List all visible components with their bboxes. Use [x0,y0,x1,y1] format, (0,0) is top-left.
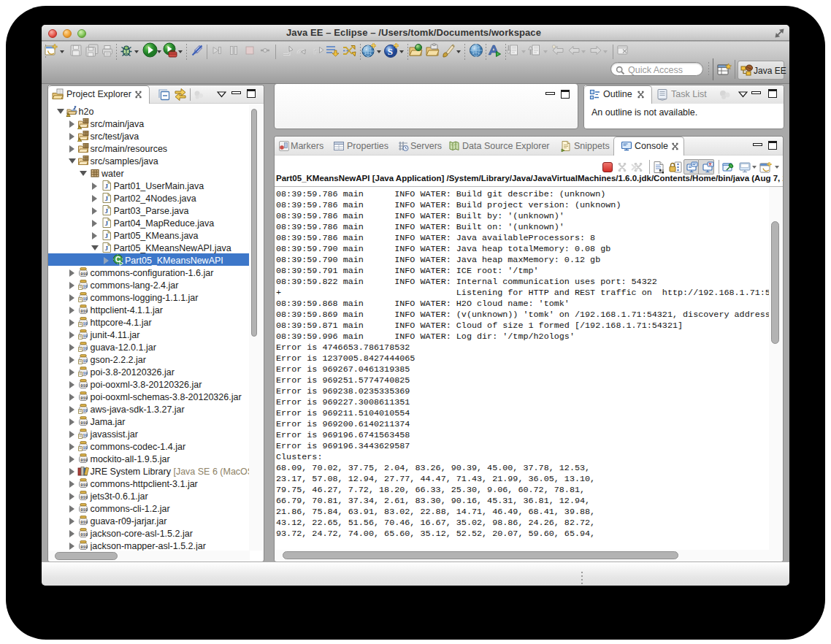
svg-text:J: J [105,231,109,239]
svg-text:010: 010 [80,482,88,487]
svg-text:10: 10 [83,345,88,350]
svg-text:010: 010 [80,395,88,400]
svg-text:10: 10 [83,296,88,301]
svg-text:10: 10 [83,432,88,437]
svg-text:10: 10 [83,358,88,363]
svg-text:010: 010 [80,494,88,499]
svg-text:J: J [105,244,109,251]
svg-text:J: J [105,207,109,214]
svg-text:010: 010 [80,308,88,313]
svg-text:010: 010 [80,544,88,549]
svg-text:010: 010 [80,420,88,425]
svg-text:010: 010 [80,532,88,537]
svg-text:J: J [105,219,109,226]
svg-text:010: 010 [80,507,88,512]
svg-text:J: J [105,194,109,202]
svg-text:10: 10 [83,321,88,326]
svg-text:010: 010 [80,457,88,462]
svg-text:10: 10 [83,370,88,375]
svg-text:010: 010 [80,519,88,524]
svg-text:010: 010 [80,383,88,388]
svg-text:10: 10 [83,283,88,288]
svg-text:10: 10 [83,407,88,413]
svg-text:J: J [105,182,109,189]
svg-text:S: S [388,45,393,56]
svg-text:10: 10 [83,445,88,450]
svg-text:010: 010 [80,271,88,276]
svg-text:10: 10 [83,333,88,338]
